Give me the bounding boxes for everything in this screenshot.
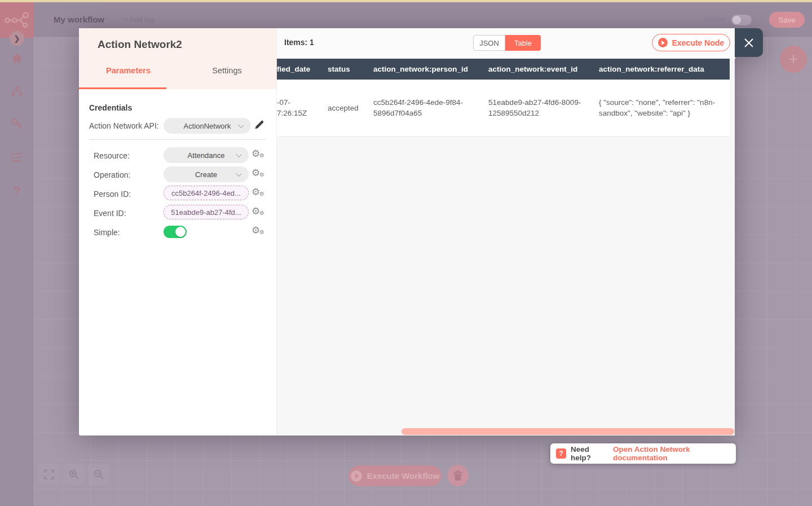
horizontal-scrollbar[interactable] — [401, 428, 734, 435]
resource-label: Resource: — [94, 151, 130, 160]
gear-small-icon: ⚙ — [259, 191, 264, 197]
trash-icon — [453, 470, 462, 481]
sitemap-icon — [11, 85, 23, 98]
view-json-button[interactable]: JSON — [473, 35, 505, 51]
resource-value: Attendance — [188, 151, 225, 160]
sidebar-item-credentials[interactable] — [10, 116, 24, 131]
cell-modified-date: -07- 7:26:15Z — [277, 80, 328, 136]
sidebar-collapse-button[interactable]: ❯ — [10, 31, 24, 46]
gear-small-icon: ⚙ — [259, 210, 264, 216]
credential-label: Action Network API: — [89, 121, 159, 130]
output-panel: Items: 1 JSON Table Execute Node i fied_… — [276, 28, 735, 435]
items-count: Items: 1 — [284, 38, 314, 47]
credentials-heading: Credentials — [89, 103, 132, 112]
credential-select[interactable]: ActionNetwork — [164, 118, 251, 134]
question-icon: ? — [13, 184, 20, 199]
column-header: action_network:person_id — [373, 59, 488, 80]
section-divider — [89, 139, 266, 140]
close-modal-button[interactable] — [735, 28, 763, 57]
person-id-label: Person ID: — [94, 190, 131, 199]
cell-event-id: 51eabde9-ab27-4fd6-8009-12589550d212 — [488, 80, 599, 136]
execute-node-label: Execute Node — [672, 38, 725, 47]
toggle-knob — [175, 227, 186, 237]
active-tab-underline — [79, 87, 166, 89]
event-id-value: 51eabde9-ab27-4fd... — [171, 208, 241, 217]
column-header: fied_date — [277, 59, 328, 80]
sidebar-item-workflows[interactable] — [10, 84, 24, 99]
help-box: ? Need help? Open Action Network documen… — [550, 443, 736, 464]
sidebar — [0, 2, 34, 506]
gear-icon: ⚙ — [251, 187, 260, 197]
output-topbar: Items: 1 JSON Table Execute Node — [277, 28, 735, 59]
active-label: Active: — [704, 15, 727, 24]
node-detail-modal: Action Network2 Parameters Settings Cred… — [79, 28, 763, 435]
list-icon — [11, 151, 23, 164]
cell-person-id: cc5b264f-2496-4ede-9f84-5896d7f04a65 — [373, 80, 488, 136]
save-button[interactable]: Save — [769, 12, 805, 28]
edit-credential-button[interactable] — [254, 119, 266, 131]
toggle-knob — [732, 16, 741, 24]
gear-icon: ⚙ — [251, 168, 260, 178]
home-icon — [11, 52, 23, 64]
table-header: fied_date status action_network:person_i… — [277, 59, 730, 80]
sidebar-item-help[interactable]: ? — [10, 184, 24, 199]
tab-parameters[interactable]: Parameters — [79, 66, 178, 75]
zoom-to-fit-button[interactable] — [38, 464, 60, 485]
event-id-options-button[interactable]: ⚙⚙ — [251, 206, 266, 218]
add-node-button[interactable]: + — [780, 46, 807, 73]
gear-icon: ⚙ — [251, 149, 260, 159]
operation-select[interactable]: Create — [164, 166, 249, 182]
gear-icon: ⚙ — [251, 206, 260, 216]
node-title[interactable]: Action Network2 — [98, 38, 182, 51]
question-icon: ? — [556, 448, 566, 459]
gear-icon: ⚙ — [251, 226, 260, 235]
cell-referrer-data: { "source": "none", "referrer": "n8n-san… — [599, 80, 730, 136]
n8n-logo-icon — [5, 12, 29, 29]
gear-small-icon: ⚙ — [259, 172, 264, 178]
resource-options-button[interactable]: ⚙⚙ — [251, 148, 266, 161]
zoom-in-button[interactable] — [63, 464, 85, 485]
gear-small-icon: ⚙ — [259, 230, 264, 235]
column-header: action_network:referrer_data — [599, 59, 730, 80]
person-id-field[interactable]: cc5b264f-2496-4ed... — [164, 186, 249, 200]
simple-options-button[interactable]: ⚙⚙ — [251, 225, 266, 237]
person-id-options-button[interactable]: ⚙⚙ — [251, 187, 266, 199]
zoom-out-icon — [93, 469, 104, 480]
zoom-out-button[interactable] — [88, 464, 109, 485]
column-header: action_network:event_id — [488, 59, 599, 80]
resource-select[interactable]: Attendance — [164, 147, 249, 163]
credential-value: ActionNetwork — [184, 122, 231, 130]
play-icon — [658, 38, 668, 47]
chevron-down-icon — [236, 171, 241, 177]
event-id-label: Event ID: — [94, 209, 126, 218]
workflow-title[interactable]: My workflow — [54, 15, 104, 24]
cell-status: accepted — [328, 80, 373, 136]
tab-settings[interactable]: Settings — [178, 66, 276, 75]
column-header: status — [328, 59, 373, 80]
zoom-in-icon — [68, 469, 80, 480]
parameters-panel: Action Network2 Parameters Settings Cred… — [79, 28, 276, 435]
gear-small-icon: ⚙ — [259, 153, 264, 159]
chevron-down-icon — [236, 152, 241, 157]
sidebar-item-executions[interactable] — [10, 150, 24, 165]
table-row: -07- 7:26:15Z accepted cc5b264f-2496-4ed… — [277, 80, 730, 137]
simple-label: Simple: — [94, 228, 120, 237]
sidebar-item-home[interactable] — [10, 51, 24, 65]
help-text: Need help? — [571, 445, 608, 462]
execute-node-button[interactable]: Execute Node — [652, 34, 730, 51]
person-id-value: cc5b264f-2496-4ed... — [171, 189, 241, 197]
execute-workflow-button[interactable]: Execute Workflow — [348, 465, 442, 486]
event-id-field[interactable]: 51eabde9-ab27-4fd... — [164, 205, 249, 219]
delete-execution-button[interactable] — [447, 465, 469, 486]
fullscreen-icon — [43, 469, 55, 480]
add-tag-button[interactable]: + Add tag — [124, 16, 154, 24]
operation-options-button[interactable]: ⚙⚙ — [251, 168, 266, 180]
plus-icon: + — [788, 50, 798, 69]
key-icon — [11, 117, 23, 130]
view-table-button[interactable]: Table — [505, 35, 541, 51]
help-documentation-link[interactable]: Open Action Network documentation — [613, 445, 736, 462]
active-toggle[interactable] — [731, 15, 752, 25]
operation-value: Create — [195, 170, 217, 179]
execute-workflow-label: Execute Workflow — [367, 471, 440, 481]
simple-toggle[interactable] — [164, 226, 187, 238]
